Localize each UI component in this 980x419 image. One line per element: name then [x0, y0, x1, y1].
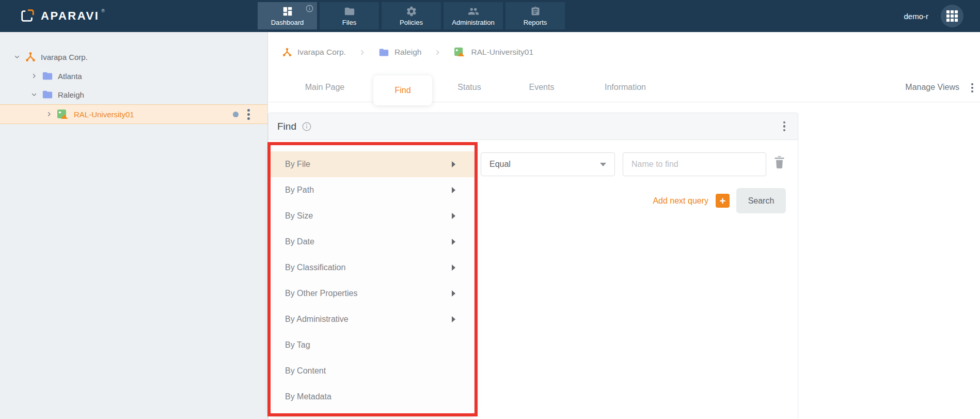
menu-item-label: By Metadata [285, 392, 331, 401]
nav-label: Policies [400, 19, 423, 26]
tab-information[interactable]: Information [605, 72, 646, 102]
search-button[interactable]: Search [736, 188, 786, 213]
operator-select[interactable]: Equal [481, 152, 615, 176]
menu-item-by-tag[interactable]: By Tag [271, 332, 474, 358]
menu-item-label: By Path [285, 185, 314, 195]
aparavi-logo[interactable]: APARAVI ® [20, 0, 105, 32]
trash-icon [772, 154, 786, 170]
tree-node-label: Atlanta [58, 72, 82, 81]
menu-item-by-other-properties[interactable]: By Other Properties [271, 281, 474, 306]
views-kebab-menu-icon[interactable] [971, 83, 973, 92]
breadcrumb-item-raleigh[interactable]: Raleigh [378, 47, 422, 58]
menu-item-label: By Content [285, 366, 326, 376]
find-panel-header: Find [268, 113, 798, 140]
apps-grid-icon [946, 10, 958, 22]
menu-item-label: By Other Properties [285, 289, 358, 298]
panel-kebab-menu-icon[interactable] [783, 121, 786, 132]
aggregator-icon [57, 109, 69, 120]
navbar-right: demo-r [904, 0, 963, 32]
tree-node-label: RAL-University01 [74, 110, 134, 119]
people-icon [467, 6, 480, 17]
tree-node-atlanta[interactable]: Atlanta [0, 67, 267, 85]
submenu-arrow-icon [452, 187, 455, 193]
submenu-arrow-icon [452, 316, 455, 322]
panel-title: Find [277, 121, 296, 132]
source-tree-sidebar: Ivarapa Corp. Atlanta Raleigh [0, 32, 268, 419]
view-tabs: Main Page Find Status Events Information… [268, 72, 980, 102]
add-next-query: Add next query + [653, 194, 730, 208]
nav-label: Administration [452, 19, 494, 26]
tree-node-ral-university01-selected[interactable]: RAL-University01 [0, 104, 267, 124]
menu-item-label: By Size [285, 211, 313, 221]
nav-label: Dashboard [271, 19, 304, 26]
delete-query-button[interactable] [772, 154, 786, 170]
nav-label: Files [342, 19, 356, 26]
gear-icon [406, 6, 417, 17]
chevron-down-icon [600, 163, 606, 166]
menu-item-label: By Classification [285, 263, 345, 272]
menu-item-by-metadata[interactable]: By Metadata [271, 384, 474, 410]
menu-item-by-classification[interactable]: By Classification [271, 255, 474, 281]
chevron-right-icon[interactable] [27, 73, 41, 79]
username-label: demo-r [904, 12, 928, 21]
aggregator-icon [454, 47, 466, 57]
chevron-right-icon[interactable] [42, 111, 56, 117]
folder-icon [344, 6, 355, 17]
info-icon[interactable] [302, 122, 311, 131]
menu-item-by-administrative[interactable]: By Administrative [271, 306, 474, 332]
breadcrumb-item-ivarapa[interactable]: Ivarapa Corp. [282, 47, 346, 57]
registered-mark: ® [101, 8, 105, 13]
menu-item-label: By Tag [285, 340, 310, 350]
chevron-right-icon [359, 49, 366, 56]
chevron-down-icon[interactable] [10, 54, 24, 60]
nav-reports[interactable]: Reports [505, 2, 565, 29]
breadcrumb-item-ral-university01[interactable]: RAL-University01 [454, 47, 533, 57]
info-icon[interactable] [306, 5, 313, 12]
tab-status[interactable]: Status [457, 72, 481, 102]
tree-node-raleigh[interactable]: Raleigh [0, 85, 267, 104]
tree-node-label: Raleigh [58, 90, 84, 99]
add-next-query-link[interactable]: Add next query [653, 196, 708, 206]
clipboard-icon [530, 6, 541, 17]
folder-icon [42, 89, 53, 100]
node-kebab-menu-icon[interactable] [247, 109, 250, 120]
submenu-arrow-icon [452, 161, 455, 167]
tab-find-active[interactable]: Find [373, 75, 432, 105]
name-to-find-input[interactable] [623, 152, 766, 176]
folder-icon [378, 47, 389, 58]
menu-item-by-size[interactable]: By Size [271, 203, 474, 229]
submenu-arrow-icon [452, 265, 455, 271]
menu-item-by-file[interactable]: By File [271, 151, 474, 177]
nav-dashboard[interactable]: Dashboard [258, 2, 317, 29]
submenu-arrow-icon [452, 213, 455, 219]
operator-value: Equal [489, 160, 511, 169]
nav-label: Reports [524, 19, 547, 26]
submenu-arrow-icon [452, 239, 455, 245]
plus-button[interactable]: + [716, 194, 730, 208]
nav-policies[interactable]: Policies [382, 2, 441, 29]
chevron-right-icon [434, 49, 441, 56]
tree-node-ivarapa-corp[interactable]: Ivarapa Corp. [0, 48, 267, 66]
nav-files[interactable]: Files [320, 2, 379, 29]
breadcrumb-label: RAL-University01 [471, 48, 533, 57]
network-icon [282, 47, 292, 57]
apps-grid-button[interactable] [941, 5, 963, 27]
nav-administration[interactable]: Administration [444, 2, 503, 29]
network-icon [25, 51, 36, 63]
tab-main-page[interactable]: Main Page [305, 72, 345, 102]
menu-item-by-date[interactable]: By Date [271, 229, 474, 255]
menu-item-by-content[interactable]: By Content [271, 358, 474, 384]
chevron-down-icon[interactable] [27, 91, 41, 98]
breadcrumb-label: Raleigh [394, 48, 422, 57]
status-dot-indicator [233, 112, 239, 117]
dashboard-icon [282, 6, 293, 17]
breadcrumb: Ivarapa Corp. Raleigh RAL-University01 [268, 32, 980, 72]
manage-views-button[interactable]: Manage Views [905, 72, 959, 102]
menu-item-by-path[interactable]: By Path [271, 177, 474, 203]
tree-node-label: Ivarapa Corp. [41, 53, 88, 61]
tab-events[interactable]: Events [529, 72, 555, 102]
find-field-dropdown-menu: By File By Path By Size By Date By Class… [271, 145, 474, 413]
primary-nav: Dashboard Files Policies Administration … [258, 2, 565, 29]
top-navbar: APARAVI ® Dashboard Files Policies Ad [0, 0, 980, 32]
menu-item-label: By File [285, 160, 310, 169]
